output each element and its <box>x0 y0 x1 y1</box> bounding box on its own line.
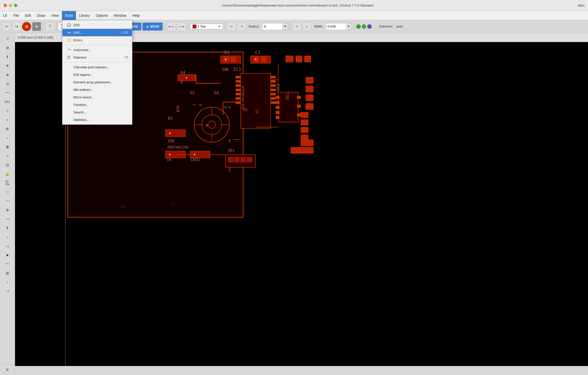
width-shape-1[interactable]: ⌐ <box>292 22 302 31</box>
menu-window[interactable]: Window <box>111 11 129 20</box>
sidebar-text-tool[interactable]: T <box>3 224 13 232</box>
menu-help[interactable]: Help <box>129 11 143 20</box>
menu-le[interactable]: LE <box>0 11 10 20</box>
svg-text:+: + <box>255 57 257 61</box>
menu-draw[interactable]: Draw <box>34 11 48 20</box>
svg-text:+: + <box>169 152 171 156</box>
color-dot-blue[interactable] <box>367 24 372 29</box>
menu-options[interactable]: Options <box>93 11 111 20</box>
sidebar-fill-tool[interactable]: ■ <box>3 251 13 259</box>
menu-edit[interactable]: Edit <box>22 11 34 20</box>
color-dot-green[interactable] <box>356 24 361 29</box>
close-button[interactable] <box>4 4 7 7</box>
width-shape-2[interactable]: ⌐ <box>303 22 312 31</box>
menu-file[interactable]: File <box>10 11 22 20</box>
nav-back[interactable]: ⟵ <box>167 22 176 31</box>
search-label: Search... <box>73 110 86 114</box>
menu-library[interactable]: Library <box>76 11 93 20</box>
menu-tools[interactable]: Tools <box>62 11 76 20</box>
tool-unknown[interactable]: ● <box>32 22 41 31</box>
svg-rect-22 <box>271 76 276 78</box>
sidebar-wire-tool[interactable]: 〜 <box>3 89 13 97</box>
sidebar-wave-tool[interactable]: 〰 <box>3 197 13 205</box>
width-dropdown-button[interactable]: ▼ <box>346 23 352 30</box>
minimize-button[interactable] <box>9 4 12 7</box>
svg-text:10k: 10k <box>167 138 175 143</box>
sidebar-rect-tool[interactable]: □ <box>3 188 13 196</box>
sidebar-move-tool[interactable]: ⤢ <box>3 152 13 160</box>
bottombar: ≡ <box>0 366 588 375</box>
sidebar-add-tool[interactable]: ⊡ <box>3 80 13 88</box>
sidebar-target-tool[interactable]: ⊕ <box>3 71 13 79</box>
sidebar-cross-tool[interactable]: ⌖ <box>3 116 13 124</box>
undo-button[interactable]: ↩ <box>2 22 11 31</box>
svg-text:R2: R2 <box>168 116 173 121</box>
menu-mill-outlines[interactable]: Mill outlines... <box>62 86 132 93</box>
sidebar-ripup-tool[interactable]: 〜 <box>3 260 13 268</box>
sidebar-info-tool[interactable]: ℹ <box>3 53 13 61</box>
svg-rect-26 <box>271 93 276 95</box>
menu-statistics[interactable]: Statistics... <box>62 116 132 123</box>
color-dot-green2[interactable] <box>362 24 366 29</box>
menu-mirror-board[interactable]: Mirror board... <box>62 93 132 101</box>
sidebar-lock-tool[interactable]: 🔒 <box>3 170 13 178</box>
menu-view[interactable]: View <box>48 11 62 20</box>
separator-after-errors <box>62 45 132 45</box>
sidebar-drc-tool[interactable]: DRC <box>3 98 13 106</box>
sidebar-pin-tool[interactable]: ⊣ <box>3 287 13 295</box>
radius-dropdown-button[interactable]: ▼ <box>282 23 288 30</box>
sidebar-delete-tool[interactable]: 🗑 <box>3 143 13 151</box>
sidebar-unroute-tool[interactable]: ⊟ <box>3 161 13 169</box>
menu-erc[interactable]: ERC ERC <box>62 21 132 29</box>
svg-rect-65 <box>241 157 246 162</box>
sidebar-flip-tool[interactable]: ↕ <box>3 278 13 286</box>
stop-button[interactable]: ⊗ <box>22 22 31 31</box>
menu-element-array[interactable]: Element array placement... <box>62 78 132 86</box>
mirror-board-icon <box>66 95 71 100</box>
svg-rect-78 <box>301 112 308 118</box>
sidebar-via-tool[interactable]: ⊕ <box>3 206 13 214</box>
layer-selector[interactable]: 1 Top ▼ <box>190 24 223 29</box>
sidebar-polygon-tool[interactable]: ◁ <box>3 242 13 250</box>
sidebar-grid-tool[interactable]: ⊞ <box>3 44 13 52</box>
sidebar-grid2-tool[interactable]: ⊹ <box>3 107 13 115</box>
sidebar-r2-tool[interactable]: R210k <box>3 179 13 187</box>
sidebar-circle-tool[interactable]: ● <box>3 134 13 142</box>
svg-text:ERC: ERC <box>68 24 71 27</box>
traffic-lights <box>0 4 17 7</box>
sidebar-bend-tool[interactable]: ⊸ <box>3 215 13 223</box>
sidebar-more-tool[interactable]: ≡ <box>3 365 13 374</box>
element-array-icon <box>66 80 71 85</box>
bend-2-button[interactable]: ¬ <box>237 22 246 31</box>
svg-text:Q4: Q4 <box>214 90 219 95</box>
svg-rect-21 <box>236 101 241 104</box>
sidebar-settings-tool[interactable]: ⚙ <box>3 125 13 133</box>
sidebar-eye-tool[interactable]: 👁 <box>3 62 13 70</box>
menu-errors[interactable]: ! Errors <box>62 36 132 44</box>
maximize-button[interactable] <box>14 4 17 7</box>
svg-rect-73 <box>276 111 279 114</box>
svg-rect-80 <box>301 127 308 133</box>
width-input[interactable] <box>326 23 346 30</box>
menu-search[interactable]: Search... <box>62 108 132 116</box>
bend-1-button[interactable]: ⌐ <box>227 22 236 31</box>
menu-drc[interactable]: DRC DRC... ⌥F8 <box>62 29 132 36</box>
svg-text:IC1: IC1 <box>233 67 241 72</box>
menu-ratsnest[interactable]: Ratsnest F8 <box>62 54 132 61</box>
nav-forward[interactable]: ⟶ <box>177 22 186 31</box>
sidebar-arrow-tool[interactable]: ↗ <box>3 35 13 43</box>
radius-input[interactable] <box>262 23 282 30</box>
statistics-label: Statistics... <box>73 118 89 122</box>
sidebar-arc-tool[interactable]: ○ <box>3 233 13 241</box>
menu-drill-legend[interactable]: Drill legend... <box>62 71 132 78</box>
element-array-label: Element array placement... <box>73 80 112 84</box>
sidebar-group-tool[interactable]: ⊞ <box>3 269 13 277</box>
separator-after-ratsnest <box>62 62 132 62</box>
mcad-button[interactable]: ▲ MCAD <box>142 23 163 31</box>
svg-text:4: 4 <box>227 106 231 108</box>
menu-autorouter[interactable]: Autorouter... <box>62 46 132 54</box>
menu-panelize[interactable]: Panelize... <box>62 101 132 108</box>
help-button[interactable]: ? <box>45 22 54 31</box>
menu-calc-inductor[interactable]: Calculate print inductor... <box>62 63 132 71</box>
redo-button[interactable]: ↪ <box>12 22 21 31</box>
